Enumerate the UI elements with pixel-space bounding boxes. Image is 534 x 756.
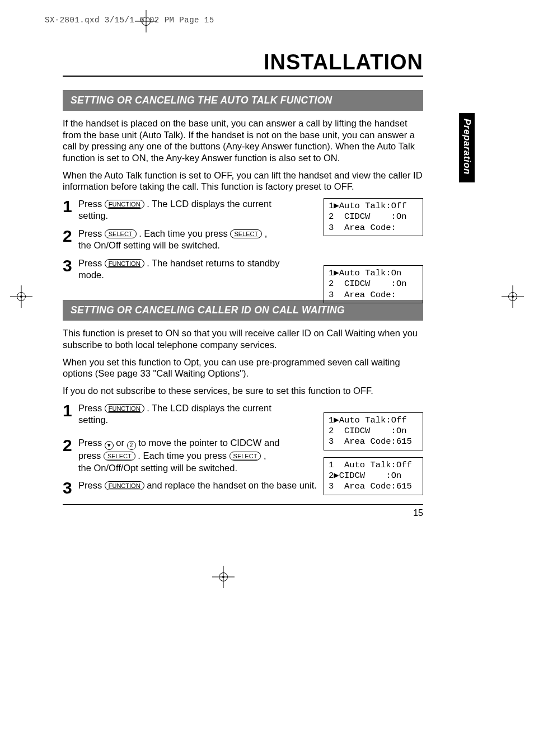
lcd-display: 1▶Auto Talk:Off 2 CIDCW :On 3 Area Code:… — [324, 412, 423, 450]
paragraph: When you set this function to Opt, you c… — [63, 356, 423, 379]
step-number: 2 — [63, 437, 78, 454]
registration-mark — [13, 289, 29, 304]
lcd-display: 1▶Auto Talk:Off 2 CIDCW :On 3 Area Code: — [324, 198, 423, 236]
step-number: 3 — [63, 257, 78, 274]
registration-mark — [505, 289, 521, 304]
step-text: or — [116, 438, 127, 448]
step-text: . Each time you press — [138, 450, 229, 461]
step-number: 1 — [63, 198, 78, 215]
step-number: 2 — [63, 228, 78, 245]
lcd-display: 1 Auto Talk:Off 2▶CIDCW :On 3 Area Code:… — [324, 457, 423, 495]
step-text: . Each time you press — [139, 228, 230, 238]
step-text: Press — [78, 199, 105, 209]
step-text: Press — [78, 480, 105, 490]
section-heading-autotalk: SETTING OR CANCELING THE AUTO TALK FUNCT… — [63, 90, 423, 111]
section-tab-preparation: Preparation — [459, 113, 475, 182]
registration-mark — [216, 569, 231, 585]
prepress-header: SX-2801.qxd 3/15/1 6:02 PM Page 15 — [45, 16, 214, 25]
step-text: Press — [78, 438, 105, 448]
select-button-icon: SELECT — [230, 229, 262, 238]
footer-rule — [63, 504, 423, 505]
function-button-icon: FUNCTION — [105, 404, 144, 413]
select-button-icon: SELECT — [229, 452, 261, 461]
select-button-icon: SELECT — [105, 229, 137, 238]
page-title: INSTALLATION — [63, 50, 423, 74]
step-number: 1 — [63, 402, 78, 419]
page-number: 15 — [63, 508, 423, 518]
key-2-button-icon: 2 — [127, 441, 136, 450]
title-rule — [63, 76, 423, 77]
lcd-display: 1▶Auto Talk:On 2 CIDCW :On 3 Area Code: — [324, 265, 423, 303]
step-text: and replace the handset on the base unit… — [147, 480, 317, 490]
paragraph: When the Auto Talk function is set to OF… — [63, 170, 423, 192]
step-text: Press — [78, 258, 105, 268]
paragraph: If you do not subscribe to these service… — [63, 385, 423, 397]
paragraph: This function is preset to ON so that yo… — [63, 327, 423, 350]
down-arrow-button-icon: ▼ — [105, 441, 114, 450]
function-button-icon: FUNCTION — [105, 200, 144, 209]
step-text: Press — [78, 403, 105, 413]
select-button-icon: SELECT — [104, 452, 135, 461]
step-text: Press — [78, 228, 105, 238]
function-button-icon: FUNCTION — [105, 259, 144, 268]
step-number: 3 — [63, 480, 78, 496]
paragraph: If the handset is placed on the base uni… — [63, 118, 423, 164]
function-button-icon: FUNCTION — [105, 481, 144, 490]
